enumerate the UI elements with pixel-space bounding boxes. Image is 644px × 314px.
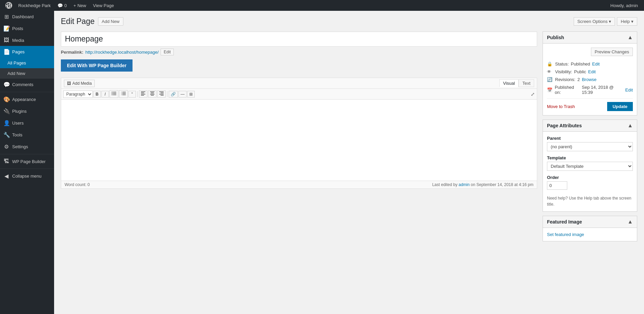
page-attributes-toggle-icon[interactable]: ▲ bbox=[627, 123, 633, 129]
sidebar-item-comments[interactable]: 💬 Comments bbox=[0, 79, 54, 90]
parent-select[interactable]: (no parent) bbox=[547, 142, 633, 151]
calendar-icon: 📅 bbox=[547, 87, 553, 93]
editor-footer: Word count: 0 Last edited by admin on Se… bbox=[61, 181, 537, 188]
sidebar-label-appearance: Appearance bbox=[12, 97, 36, 102]
expand-toolbar-button[interactable]: ⤢ bbox=[531, 91, 535, 97]
editor-toolbar-left: 🖼 Add Media bbox=[64, 80, 95, 87]
adminbar-site[interactable]: Rockhedge Park bbox=[15, 0, 54, 11]
sidebar-item-collapse[interactable]: ◀ Collapse menu bbox=[0, 170, 54, 182]
page-header: Edit Page Add New bbox=[61, 17, 123, 26]
publish-actions: Move to Trash Update bbox=[547, 98, 633, 111]
svg-point-5 bbox=[112, 95, 112, 95]
sidebar-item-wp-page-builder[interactable]: 🏗 WP Page Builder bbox=[0, 156, 54, 167]
editor-wrap: Permalink: http://rockhedge.localhost/ho… bbox=[61, 31, 637, 245]
sidebar-item-tools[interactable]: 🔧 Tools bbox=[0, 129, 54, 141]
editor-content-area[interactable] bbox=[61, 100, 537, 181]
publish-panel-toggle-icon[interactable]: ▲ bbox=[627, 34, 633, 41]
align-center-button[interactable] bbox=[148, 90, 157, 98]
word-count: Word count: 0 bbox=[65, 182, 90, 187]
link-button[interactable]: 🔗 bbox=[169, 91, 178, 98]
published-on-edit-link[interactable]: Edit bbox=[625, 87, 633, 93]
permalink-edit-button[interactable]: Edit bbox=[161, 49, 174, 55]
pages-submenu: All Pages Add New bbox=[0, 58, 54, 79]
formatting-toolbar: Paragraph B I 123 " bbox=[61, 89, 537, 100]
sidebar-item-pages[interactable]: 📄 Pages ◀ bbox=[0, 46, 54, 58]
move-to-trash-link[interactable]: Move to Trash bbox=[547, 104, 575, 109]
add-new-button[interactable]: Add New bbox=[98, 17, 123, 26]
permalink-link[interactable]: http://rockhedge.localhost/homepage/ bbox=[85, 50, 159, 55]
svg-rect-21 bbox=[161, 93, 164, 94]
paragraph-select[interactable]: Paragraph bbox=[63, 90, 93, 98]
add-media-label: Add Media bbox=[72, 81, 92, 86]
adminbar-howdy[interactable]: Howdy, admin bbox=[607, 0, 641, 11]
sidebar-item-posts[interactable]: 📝 Posts bbox=[0, 23, 54, 34]
set-featured-image-link[interactable]: Set featured image bbox=[547, 232, 584, 237]
sidebar-label-posts: Posts bbox=[12, 26, 23, 31]
visibility-label: Visibility: bbox=[555, 69, 572, 74]
sidebar-item-users[interactable]: 👤 Users bbox=[0, 117, 54, 129]
permalink-label: Permalink: bbox=[61, 50, 83, 55]
featured-image-panel: Featured Image ▲ Set featured image bbox=[543, 216, 637, 241]
add-new-sub-label: Add New bbox=[7, 71, 25, 76]
table-button[interactable]: ⊞ bbox=[187, 91, 195, 98]
sidebar-item-plugins[interactable]: 🔌 Plugins bbox=[0, 105, 54, 117]
last-edited-user-link[interactable]: admin bbox=[459, 182, 470, 187]
adminbar-right: Howdy, admin bbox=[607, 0, 641, 11]
editor-sidebar: Publish ▲ Preview Changes 🔒 Status: Publ… bbox=[543, 31, 637, 245]
tab-visual[interactable]: Visual bbox=[499, 79, 519, 87]
parent-label: Parent bbox=[547, 136, 633, 141]
sidebar-item-settings[interactable]: ⚙ Settings bbox=[0, 141, 54, 153]
page-attributes-panel-header[interactable]: Page Attributes ▲ bbox=[543, 120, 637, 132]
comment-count: 0 bbox=[64, 3, 67, 8]
sidebar-item-all-pages[interactable]: All Pages bbox=[0, 58, 54, 68]
status-edit-link[interactable]: Edit bbox=[592, 61, 600, 67]
unordered-list-button[interactable] bbox=[110, 90, 118, 98]
featured-image-panel-header[interactable]: Featured Image ▲ bbox=[543, 216, 637, 228]
svg-rect-13 bbox=[141, 93, 144, 94]
sidebar-item-dashboard[interactable]: ⊞ Dashboard bbox=[0, 11, 54, 23]
template-select[interactable]: Default Template bbox=[547, 162, 633, 171]
sidebar-item-media[interactable]: 🖼 Media bbox=[0, 34, 54, 46]
adminbar-view-page[interactable]: View Page bbox=[90, 0, 117, 11]
svg-rect-20 bbox=[159, 91, 164, 92]
settings-icon: ⚙ bbox=[3, 143, 9, 150]
ordered-list-button[interactable]: 123 bbox=[119, 90, 128, 98]
adminbar-comments[interactable]: 💬 0 bbox=[54, 0, 70, 11]
pages-icon: 📄 bbox=[3, 49, 9, 55]
editor-box: 🖼 Add Media Visual Text Paragraph B bbox=[61, 78, 537, 189]
align-left-button[interactable] bbox=[139, 90, 147, 98]
help-button[interactable]: Help ▾ bbox=[617, 17, 637, 26]
align-right-button[interactable] bbox=[157, 90, 166, 98]
sidebar-label-wp-page-builder: WP Page Builder bbox=[12, 159, 46, 164]
update-button[interactable]: Update bbox=[607, 102, 633, 111]
screen-options-label: Screen Options bbox=[577, 19, 608, 24]
screen-options-button[interactable]: Screen Options ▾ bbox=[574, 17, 615, 26]
tab-text[interactable]: Text bbox=[519, 79, 534, 87]
featured-image-toggle-icon[interactable]: ▲ bbox=[627, 219, 633, 225]
svg-rect-2 bbox=[113, 95, 116, 95]
wp-logo[interactable] bbox=[3, 0, 15, 11]
page-title-input[interactable] bbox=[61, 31, 537, 47]
more-button[interactable]: — bbox=[178, 91, 187, 98]
revisions-browse-link[interactable]: Browse bbox=[582, 77, 596, 82]
preview-changes-button[interactable]: Preview Changes bbox=[591, 48, 633, 56]
sidebar-item-appearance[interactable]: 🎨 Appearance bbox=[0, 94, 54, 105]
wp-page-builder-button[interactable]: Edit With WP Page Builder bbox=[61, 59, 133, 72]
blockquote-button[interactable]: " bbox=[128, 91, 136, 98]
adminbar-new[interactable]: + New bbox=[70, 0, 90, 11]
svg-rect-14 bbox=[141, 94, 145, 95]
order-input[interactable] bbox=[547, 181, 567, 190]
status-value: Published bbox=[571, 61, 590, 67]
add-media-button[interactable]: 🖼 Add Media bbox=[64, 80, 95, 87]
svg-text:3: 3 bbox=[121, 94, 122, 96]
publish-panel-header[interactable]: Publish ▲ bbox=[543, 32, 637, 44]
sidebar-item-add-new[interactable]: Add New bbox=[0, 68, 54, 79]
users-icon: 👤 bbox=[3, 120, 9, 126]
status-row: 🔒 Status: Published Edit bbox=[547, 61, 633, 67]
main-content: Edit Page Add New Screen Options ▾ Help … bbox=[54, 11, 644, 314]
bold-button[interactable]: B bbox=[93, 91, 101, 98]
italic-button[interactable]: I bbox=[101, 91, 109, 98]
svg-rect-18 bbox=[150, 94, 154, 95]
admin-bar: Rockhedge Park 💬 0 + New View Page Howdy… bbox=[0, 0, 644, 11]
visibility-edit-link[interactable]: Edit bbox=[588, 69, 596, 74]
